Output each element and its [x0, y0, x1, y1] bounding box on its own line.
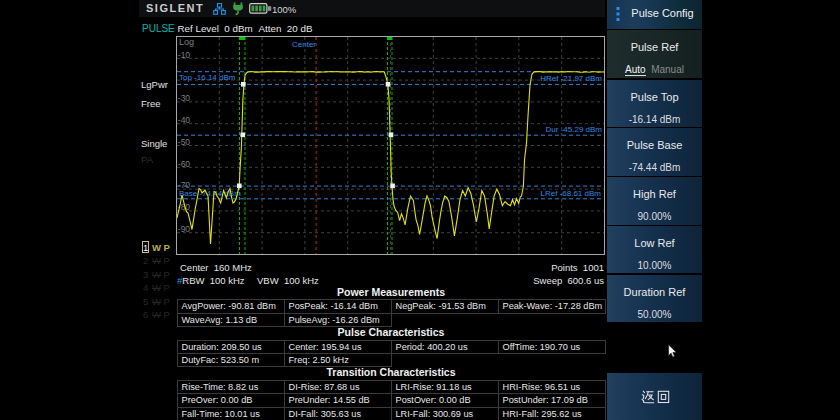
svg-text:-10: -10: [178, 50, 191, 60]
svg-text:-60: -60: [178, 159, 191, 169]
svg-text:-50: -50: [178, 137, 191, 147]
svg-text:HRef -21.97 dBm: HRef -21.97 dBm: [540, 74, 602, 83]
svg-text:LRef -68.61 dBm: LRef -68.61 dBm: [541, 189, 602, 198]
svg-text:-40: -40: [178, 115, 191, 125]
svg-text:-30: -30: [178, 93, 191, 103]
svg-text:Log: Log: [179, 37, 194, 47]
svg-text:Dur -45.29 dBm: Dur -45.29 dBm: [546, 125, 603, 134]
svg-text:Center: Center: [292, 40, 316, 49]
svg-text:-90: -90: [178, 224, 191, 234]
svg-text:Top -16.14 dBm: Top -16.14 dBm: [179, 73, 236, 82]
